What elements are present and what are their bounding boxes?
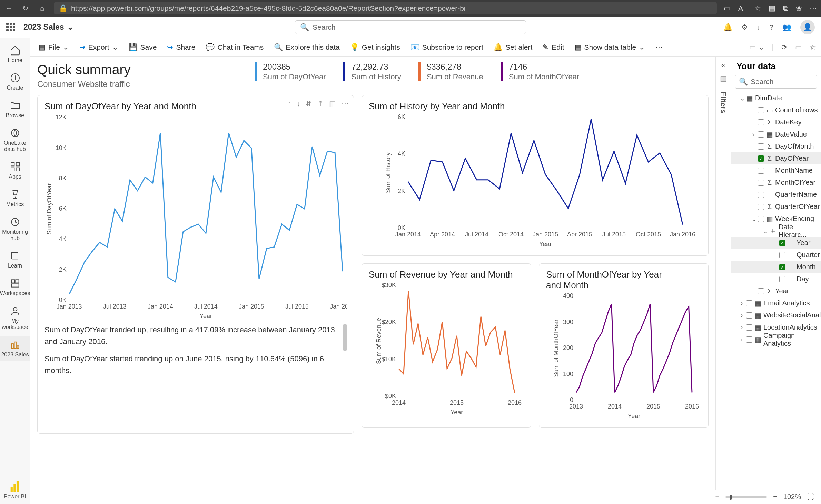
checkbox[interactable] <box>758 131 764 138</box>
field-row[interactable]: ΣMonthOfYear <box>731 177 821 189</box>
datatable-button[interactable]: ▤Show data table⌄ <box>571 41 649 53</box>
field-row[interactable]: ›▦WebsiteSocialAnalytics <box>731 309 821 321</box>
checkbox[interactable] <box>758 288 764 294</box>
chart-card-revenue[interactable]: Sum of Revenue by Year and Month $0K$10K… <box>362 263 531 428</box>
view-mode-button[interactable]: ▭ ⌄ <box>749 43 764 51</box>
nav-create[interactable]: Create <box>0 69 30 94</box>
checkbox[interactable] <box>758 204 764 210</box>
alert-button[interactable]: 🔔Set alert <box>490 41 536 53</box>
refresh-button[interactable]: ⟳ <box>781 43 788 51</box>
field-row[interactable]: ✓ΣDayOfYear <box>731 152 821 164</box>
field-row[interactable]: ›▦DateValue <box>731 128 821 140</box>
field-row[interactable]: ›▦Campaign Analytics <box>731 333 821 345</box>
bookmark-button[interactable]: ▭ <box>795 43 802 51</box>
chart-card-history[interactable]: Sum of History by Year and Month 0K2K4K6… <box>362 95 709 256</box>
checkbox[interactable] <box>746 300 752 306</box>
checkbox[interactable] <box>746 336 752 343</box>
more-icon[interactable]: ⋯ <box>810 4 817 12</box>
edit-button[interactable]: ✎Edit <box>539 41 567 53</box>
nav-learn[interactable]: Learn <box>0 247 30 272</box>
field-row[interactable]: ⌄⌗Date Hierarc... <box>731 225 821 237</box>
save-button[interactable]: 💾Save <box>125 41 160 53</box>
nav-home[interactable]: Home <box>0 41 30 67</box>
help-icon[interactable]: ? <box>769 23 773 31</box>
checkbox[interactable] <box>779 276 785 282</box>
field-row[interactable]: QuarterName <box>731 189 821 201</box>
field-row[interactable]: MonthName <box>731 164 821 177</box>
search-input[interactable]: 🔍 Search <box>295 20 526 34</box>
field-row[interactable]: ⌄▦DimDate <box>731 92 821 104</box>
zoom-slider[interactable] <box>725 496 767 498</box>
field-row[interactable]: Day <box>731 273 821 285</box>
star-button[interactable]: ☆ <box>810 43 816 51</box>
explore-button[interactable]: 🔍Explore this data <box>270 41 343 53</box>
powerbi-logo[interactable]: Power BI <box>4 477 26 504</box>
extensions-icon[interactable]: ⧉ <box>783 4 788 12</box>
checkbox[interactable] <box>758 180 764 186</box>
overflow-button[interactable]: ⋯ <box>652 41 666 53</box>
file-menu[interactable]: ▤File⌄ <box>35 41 72 53</box>
insights-button[interactable]: 💡Get insights <box>347 41 404 53</box>
checkbox[interactable] <box>779 252 785 258</box>
checkbox[interactable] <box>758 216 764 222</box>
checkbox[interactable] <box>758 168 764 174</box>
app-launcher-icon[interactable] <box>6 23 15 32</box>
collections-icon[interactable]: ▤ <box>769 4 775 12</box>
zoom-out-button[interactable]: − <box>715 493 719 501</box>
nav-monitoring[interactable]: Monitoring hub <box>0 213 30 245</box>
drilldown-icon[interactable]: ↓ <box>297 100 300 108</box>
field-row[interactable]: Quarter <box>731 249 821 261</box>
field-row[interactable]: ΣDateKey <box>731 116 821 128</box>
app-menu-icon[interactable]: ▭ <box>724 4 731 12</box>
expand-icon[interactable]: ⇵ <box>306 100 312 108</box>
field-row[interactable]: ›▦Email Analytics <box>731 297 821 309</box>
nav-browse[interactable]: Browse <box>0 97 30 122</box>
favorite-icon[interactable]: ☆ <box>754 4 761 12</box>
people-icon[interactable]: 👥 <box>782 23 791 31</box>
drillup-icon[interactable]: ↑ <box>287 100 291 108</box>
next-level-icon[interactable]: ⤒ <box>317 100 324 108</box>
url-bar[interactable]: 🔒 https://app.powerbi.com/groups/me/repo… <box>54 2 717 14</box>
collapse-icon[interactable]: « <box>721 61 725 69</box>
checkbox[interactable] <box>758 119 764 125</box>
filter-icon[interactable]: ▥ <box>329 100 336 108</box>
chat-teams-button[interactable]: 💬Chat in Teams <box>202 41 267 53</box>
nav-workspaces[interactable]: Workspaces <box>0 274 30 300</box>
download-icon[interactable]: ↓ <box>757 23 761 31</box>
nav-2023-sales[interactable]: 2023 Sales <box>0 336 30 361</box>
field-row[interactable]: ΣQuarterOfYear <box>731 201 821 213</box>
checkbox[interactable] <box>758 192 764 198</box>
checkbox[interactable] <box>746 312 752 319</box>
checkbox[interactable]: ✓ <box>779 240 785 246</box>
browser-refresh[interactable]: ↻ <box>21 3 30 13</box>
field-row[interactable]: ΣDayOfMonth <box>731 140 821 152</box>
notifications-icon[interactable]: 🔔 <box>723 23 732 31</box>
checkbox[interactable] <box>758 143 764 150</box>
checkbox[interactable] <box>746 324 752 331</box>
browser-back[interactable]: ← <box>4 3 14 13</box>
fit-page-button[interactable]: ⛶ <box>807 493 814 501</box>
browser-home[interactable]: ⌂ <box>37 3 47 13</box>
filters-rail[interactable]: « ▥ Filters <box>715 57 731 490</box>
export-menu[interactable]: ↦Export⌄ <box>76 41 122 53</box>
checkbox[interactable]: ✓ <box>758 155 764 162</box>
avatar[interactable]: 👤 <box>800 20 815 34</box>
data-search-input[interactable]: 🔍 Search <box>735 75 817 89</box>
chart-rail-icon[interactable]: ▥ <box>720 74 727 83</box>
more-icon[interactable]: ⋯ <box>342 100 349 108</box>
chart-card-dayofyear[interactable]: Sum of DayOfYear by Year and Month ↑ ↓ ⇵… <box>37 95 354 434</box>
zoom-in-button[interactable]: + <box>773 493 777 501</box>
read-aloud-icon[interactable]: A⁺ <box>738 4 747 12</box>
nav-myworkspace[interactable]: My workspace <box>0 302 30 334</box>
subscribe-button[interactable]: 📧Subscribe to report <box>407 41 487 53</box>
checkbox[interactable]: ✓ <box>779 264 785 270</box>
field-row[interactable]: ▭Count of rows <box>731 104 821 116</box>
field-row[interactable]: ΣYear <box>731 285 821 297</box>
scrollbar[interactable] <box>343 324 347 383</box>
breadcrumb[interactable]: 2023 Sales ⌄ <box>23 22 73 32</box>
share-button[interactable]: ↪Share <box>164 41 199 53</box>
settings-icon[interactable]: ⚙ <box>741 23 748 31</box>
chart-card-monthofyear[interactable]: Sum of MonthOfYear by Year and Month 010… <box>539 263 709 428</box>
nav-metrics[interactable]: Metrics <box>0 185 30 211</box>
copilot-icon[interactable]: ❀ <box>796 4 802 12</box>
